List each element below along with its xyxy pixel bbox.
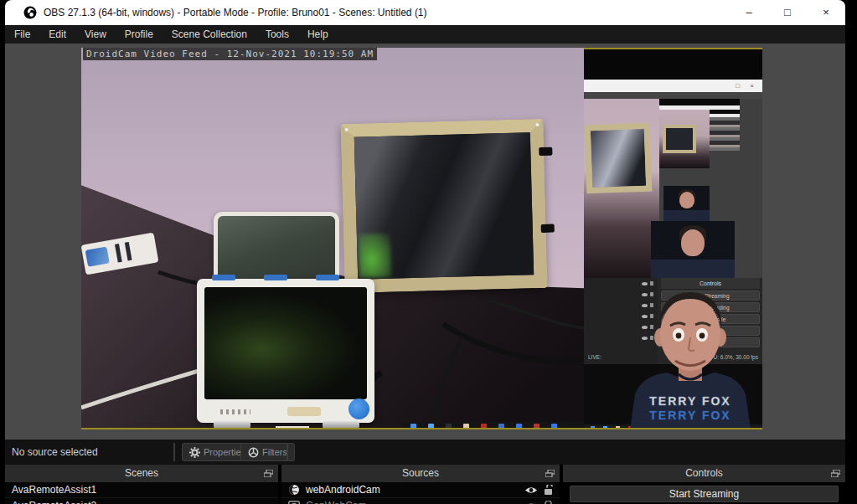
controls-panel-title: Controls [563,465,845,482]
nested-wooden-monitor [585,123,653,194]
no-source-selected-text: No source selected [12,440,98,465]
face [660,297,720,371]
shirt-text-line2: TERRY FOX [649,409,731,422]
thumb-face [679,192,694,208]
menu-profile[interactable]: Profile [116,25,163,44]
scenes-panel-header[interactable]: Scenes [5,465,278,482]
taskbar-icon [463,424,469,429]
source-item[interactable]: webAndroidCam [281,482,560,498]
minimize-button[interactable]: – [730,0,768,25]
menu-edit[interactable]: Edit [39,25,75,44]
taskbar-icon [516,424,522,429]
filters-icon [248,447,259,458]
menu-view[interactable]: View [75,25,116,44]
nested-recursion [659,99,762,278]
sources-list: webAndroidCam GenWebCam [281,482,560,504]
toolbar-divider [287,443,288,461]
screw [535,123,539,126]
scene-item[interactable]: AvaRemoteAssist2 [5,498,278,504]
nested-droidcam-feed [584,99,659,278]
blue-button [348,399,369,419]
droidcam-feed-source[interactable]: DroidCam Video Feed - 12-Nov-2021 10:19:… [81,48,584,429]
scenes-list: AvaRemoteAssist1 AvaRemoteAssist2 [5,482,278,504]
webcam-source[interactable]: TERRY FOX TERRY FOX [618,287,762,429]
unlock-icon[interactable] [544,485,553,496]
sources-panel-header[interactable]: Sources [281,465,560,482]
device-slot [125,242,132,261]
taskbar-icon [534,424,539,429]
float-panel-icon[interactable] [545,470,555,477]
toolbar-divider [173,443,175,461]
window-title: OBS 27.1.3 (64-bit, windows) - Portable … [44,0,427,25]
shirt-text-line1: TERRY FOX [649,394,731,408]
source-name: webAndroidCam [306,484,519,496]
monitor-foot [214,421,250,429]
device-slot [115,244,122,263]
video-capture-icon [288,501,300,504]
menu-help[interactable]: Help [298,25,338,44]
captured-black-bar [584,49,762,80]
thumb-shirt [663,210,710,221]
preview-canvas[interactable]: DroidCam Video Feed - 12-Nov-2021 10:19:… [81,48,762,429]
gear-icon [189,447,200,458]
blue-tab [316,275,339,280]
blue-tab [264,275,287,280]
filters-label: Filters [262,447,287,457]
lock-icon[interactable] [544,501,553,504]
source-item[interactable]: GenWebCam [281,498,560,504]
float-panel-icon[interactable] [264,470,273,477]
blue-tab [212,275,235,280]
dock-panels: Scenes AvaRemoteAssist1 AvaRemoteAssist2… [5,465,845,504]
cable-plug [541,224,555,233]
properties-label: Properties [204,447,245,457]
close-button[interactable]: × [807,0,845,25]
cable-plug [539,147,552,156]
green-smudge [204,287,367,399]
taskbar-icon [446,424,452,429]
nested-live-text: LIVE: [588,354,601,360]
scenes-panel: Scenes AvaRemoteAssist1 AvaRemoteAssist2 [5,465,278,504]
preview-background: DroidCam Video Feed - 12-Nov-2021 10:19:… [5,44,845,440]
speaker-dots [220,409,250,414]
scene-item[interactable]: AvaRemoteAssist1 [5,482,278,498]
wooden-monitor [340,119,547,293]
controls-panel: Controls Start Streaming [563,465,845,504]
taskbar-icon [498,424,504,429]
menu-file[interactable]: File [5,25,39,44]
scenes-panel-title: Scenes [5,465,278,482]
obs-window: OBS 27.1.3 (64-bit, windows) - Portable … [5,0,845,504]
captured-titlebar: □ × [584,80,762,92]
source-toolbar: No source selected Properties Filters [5,440,845,465]
blue-sticker [85,247,110,267]
eye-visible-icon[interactable] [524,486,538,495]
title-bar: OBS 27.1.3 (64-bit, windows) - Portable … [5,0,845,25]
taskbar-icon [410,424,416,429]
thumb-shirt [651,260,735,278]
screen-green-patch [359,234,391,278]
sources-panel-title: Sources [281,465,560,482]
nested-wood-2 [663,125,696,153]
nested-webcam-thumb [663,186,710,221]
controls-panel-header[interactable]: Controls [563,465,845,482]
menu-tools[interactable]: Tools [256,25,298,44]
source-name: GenWebCam [306,500,519,504]
start-streaming-button[interactable]: Start Streaming [570,486,839,502]
taskbar-icon [551,424,557,429]
pupil-right [700,333,705,339]
nested-webcam-thumb [651,221,735,278]
sources-panel: Sources webAndroidCam [281,465,560,504]
menu-bar: File Edit View Profile Scene Collection … [5,25,845,44]
captured-taskbar [402,422,584,429]
nested-black-bar [659,99,740,105]
menu-scene-collection[interactable]: Scene Collection [163,25,256,44]
eye-hidden-icon[interactable] [524,501,538,504]
bezel-sticker [287,407,321,416]
white-monitor [197,279,374,423]
thumb-face [681,229,705,256]
maximize-button[interactable]: □ [768,0,807,25]
float-panel-icon[interactable] [831,470,840,477]
droidcam-timestamp-overlay: DroidCam Video Feed - 12-Nov-2021 10:19:… [83,48,377,60]
nested-noise [710,117,740,151]
stand-post [276,426,309,429]
taskbar-icon [481,424,487,429]
